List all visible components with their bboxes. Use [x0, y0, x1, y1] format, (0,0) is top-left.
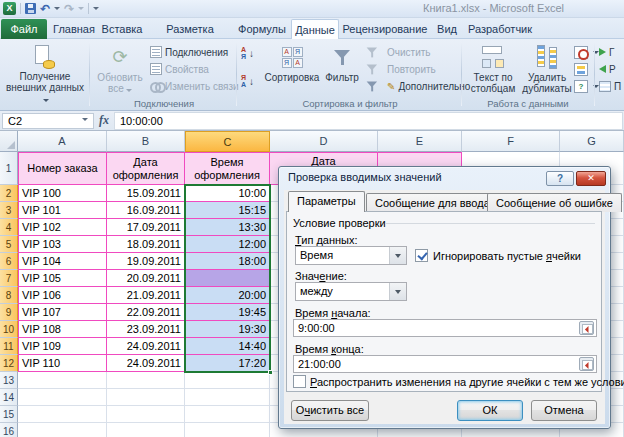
propagate-checkbox[interactable] [293, 375, 306, 388]
cell-date[interactable]: 24.09.2011 [107, 355, 185, 372]
cell-order[interactable]: VIP 105 [18, 270, 107, 287]
name-box[interactable]: C2 [2, 113, 94, 129]
insert-function-icon[interactable]: fx [99, 113, 109, 128]
tab-data[interactable]: Данные [291, 19, 339, 40]
undo-icon[interactable]: ↶ [40, 3, 50, 15]
column-header-g[interactable]: G [560, 131, 624, 152]
help-icon[interactable]: ? [546, 171, 574, 186]
cell-a1[interactable]: Номер заказа [18, 152, 107, 185]
consolidate-button[interactable] [574, 61, 588, 77]
row-header[interactable]: 16 [0, 423, 18, 437]
cell-order[interactable]: VIP 106 [18, 287, 107, 304]
group-button[interactable]: Г [599, 44, 614, 60]
cell-date[interactable]: 18.09.2011 [107, 236, 185, 253]
sort-az-button[interactable]: АЯ↓ [241, 45, 254, 61]
collapse-dialog-icon[interactable] [579, 357, 594, 371]
cell-order[interactable]: VIP 107 [18, 304, 107, 321]
dialog-tab-settings[interactable]: Параметры [288, 191, 365, 212]
cell-date[interactable]: 17.09.2011 [107, 219, 185, 236]
cell-order[interactable]: VIP 108 [18, 321, 107, 338]
row-header[interactable]: 8 [0, 287, 18, 304]
filter-button[interactable]: Фильтр [322, 42, 362, 104]
what-if-analysis-button[interactable]: ? [574, 78, 599, 94]
cell-date[interactable]: 24.09.2011 [107, 338, 185, 355]
row-header[interactable]: 7 [0, 270, 18, 287]
advanced-filter-button[interactable]: ✎ Дополнительно [366, 78, 470, 94]
collapse-dialog-icon[interactable] [579, 321, 594, 335]
ok-button[interactable]: ОК [457, 400, 523, 421]
row-header[interactable]: 1 [0, 152, 18, 185]
cell-order[interactable]: VIP 110 [18, 355, 107, 372]
cell-date[interactable]: 22.09.2011 [107, 304, 185, 321]
row-header[interactable]: 6 [0, 253, 18, 270]
name-box-dropdown-icon[interactable] [82, 118, 88, 121]
cell-date[interactable]: 23.09.2011 [107, 321, 185, 338]
data-type-select[interactable]: Время [295, 246, 407, 265]
row-header[interactable]: 9 [0, 304, 18, 321]
subtotal-button[interactable]: П [599, 78, 621, 94]
sort-button[interactable]: АЯ ЯА Сортировка [263, 42, 321, 104]
tab-insert[interactable]: Вставка [100, 19, 144, 39]
formula-input[interactable]: 10:00:00 [114, 112, 623, 130]
row-header[interactable]: 13 [0, 372, 18, 389]
column-header-e[interactable]: E [378, 131, 462, 152]
cancel-button[interactable]: Отмена [531, 400, 597, 421]
cell-order[interactable]: VIP 109 [18, 338, 107, 355]
dialog-tab-error-alert[interactable]: Сообщение об ошибке [487, 193, 622, 212]
tab-file[interactable]: Файл [1, 19, 47, 39]
cell-date[interactable]: 20.09.2011 [107, 270, 185, 287]
fill-handle[interactable] [268, 370, 273, 375]
tab-developer[interactable]: Разработчик [465, 19, 535, 39]
text-to-columns-button[interactable]: Текст по столбцам [465, 42, 521, 104]
row-header[interactable]: 3 [0, 202, 18, 219]
end-time-input[interactable] [293, 355, 597, 373]
row-header[interactable]: 4 [0, 219, 18, 236]
row-header[interactable]: 11 [0, 338, 18, 355]
redo-icon[interactable]: ↷ [64, 3, 74, 15]
row-header[interactable]: 2 [0, 185, 18, 202]
tab-formulas[interactable]: Формулы [236, 19, 288, 39]
tab-home[interactable]: Главная [50, 19, 98, 39]
excel-app-icon[interactable]: X [3, 2, 16, 15]
tab-view[interactable]: Вид [431, 19, 463, 39]
tab-page-layout[interactable]: Разметка страницы [146, 19, 234, 39]
cell-c1[interactable]: Время оформления [185, 152, 270, 185]
cell-order[interactable]: VIP 103 [18, 236, 107, 253]
select-all-corner[interactable] [0, 131, 18, 152]
customize-qat-icon[interactable] [93, 7, 99, 10]
cell-date[interactable]: 21.09.2011 [107, 287, 185, 304]
chevron-down-icon[interactable] [389, 247, 406, 264]
cell-order[interactable]: VIP 104 [18, 253, 107, 270]
connections-button[interactable]: Подключения [150, 44, 228, 60]
operator-select[interactable]: между [295, 282, 407, 301]
cell-order[interactable]: VIP 100 [18, 185, 107, 202]
cell-b1[interactable]: Дата оформления [107, 152, 185, 185]
ungroup-button[interactable]: Р [599, 61, 616, 77]
column-header-b[interactable]: B [107, 131, 185, 152]
ignore-blank-checkbox[interactable] [415, 249, 428, 262]
undo-dropdown-icon[interactable] [54, 7, 60, 10]
column-header-c[interactable]: C [185, 131, 270, 152]
column-header-a[interactable]: A [18, 131, 107, 152]
row-header[interactable]: 15 [0, 406, 18, 423]
clear-all-button[interactable]: Очистить все [291, 400, 369, 421]
cell-order[interactable]: VIP 102 [18, 219, 107, 236]
dialog-tab-input-message[interactable]: Сообщение для ввода [366, 193, 499, 212]
cell-date[interactable]: 19.09.2011 [107, 253, 185, 270]
row-header[interactable]: 5 [0, 236, 18, 253]
chevron-down-icon[interactable] [389, 283, 406, 300]
row-header[interactable]: 12 [0, 355, 18, 372]
cell-order[interactable]: VIP 101 [18, 202, 107, 219]
row-header[interactable]: 14 [0, 389, 18, 406]
remove-duplicates-button[interactable]: Удалить дубликаты [522, 42, 572, 104]
row-header[interactable]: 10 [0, 321, 18, 338]
start-time-input[interactable] [293, 319, 597, 337]
cell-date[interactable]: 15.09.2011 [107, 185, 185, 202]
column-header-f[interactable]: F [462, 131, 560, 152]
sort-za-button[interactable]: ЯА↓ [241, 73, 254, 89]
tab-review[interactable]: Рецензирование [341, 19, 429, 39]
column-header-d[interactable]: D [270, 131, 378, 152]
cell-date[interactable]: 16.09.2011 [107, 202, 185, 219]
close-icon[interactable]: ✕ [576, 171, 606, 186]
get-external-data-button[interactable]: Получение внешних данных [6, 42, 84, 104]
